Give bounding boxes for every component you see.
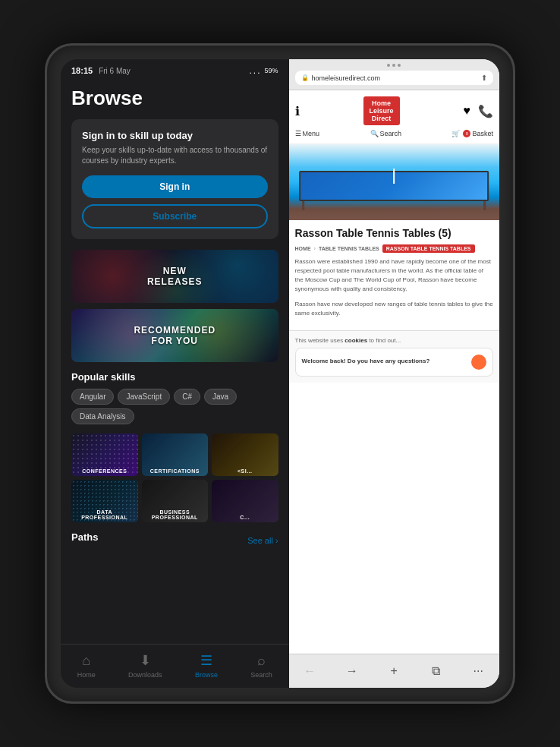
skill-tag-angular[interactable]: Angular: [71, 389, 114, 405]
breadcrumb-nav: HOME › TABLE TENNIS TABLES RASSON TABLE …: [295, 244, 493, 253]
course-card-data[interactable]: DATAPROFESSIONAL: [71, 480, 138, 522]
left-app-content: Browse Sign in to skill up today Keep yo…: [61, 79, 289, 644]
subscribe-button[interactable]: Subscribe: [82, 204, 268, 229]
course-card-certifications[interactable]: CERTIFICATIONS: [142, 433, 209, 476]
table-tennis-visual: [299, 171, 489, 213]
chat-widget: Welcome back! Do you have any questions?: [295, 348, 493, 377]
skill-tag-javascript[interactable]: JavaScript: [118, 389, 170, 405]
tt-net: [393, 169, 395, 184]
battery-icon: 59%: [265, 67, 278, 74]
signin-heading: Sign in to skill up today: [82, 130, 268, 141]
nav-downloads[interactable]: ⬇ Downloads: [128, 652, 162, 679]
browse-title: Browse: [71, 87, 278, 110]
more-options-button[interactable]: ···: [467, 660, 489, 682]
course-card-business[interactable]: BUSINESSPROFESSIONAL: [142, 480, 209, 522]
course-label-slot3: <Si...: [235, 466, 255, 476]
forward-button[interactable]: →: [341, 660, 363, 682]
basket-label: Basket: [472, 130, 493, 137]
browser-bottom-nav: ← → + ⧉ ···: [289, 654, 499, 688]
dot-1: [387, 64, 390, 67]
tablet-screen: 18:15 Fri 6 May ... 59% Browse Sign in t…: [61, 59, 499, 688]
browser-top-dots: [295, 64, 493, 67]
product-description-1: Rasson were established 1990 and have ra…: [295, 257, 493, 294]
tt-leg-right: [483, 201, 486, 210]
shop-header-icons: ♥ 📞: [463, 104, 493, 118]
paths-title: Paths: [71, 531, 98, 543]
home-icon: ⌂: [82, 653, 90, 669]
lock-icon: 🔒: [301, 74, 309, 81]
skill-tag-csharp[interactable]: C#: [174, 389, 200, 405]
course-card-c[interactable]: C...: [212, 480, 278, 522]
browser-panel: 🔒 homeleisuredirect.com ⬆ ℹ HomeLeisureD…: [289, 59, 499, 688]
nav-browse-label: Browse: [195, 671, 218, 679]
course-card-slot3[interactable]: <Si...: [212, 433, 278, 476]
basket-icon: 🛒: [451, 130, 460, 137]
nav-basket[interactable]: 🛒 0 Basket: [451, 130, 493, 137]
dot-2: [392, 64, 395, 67]
course-card-conferences[interactable]: CONFERENCES: [71, 433, 138, 476]
cookies-link[interactable]: cookies: [344, 337, 367, 344]
recommended-text: RECOMMENDEDFOR YOU: [134, 325, 216, 346]
nav-home-label: Home: [77, 671, 96, 679]
skill-tag-java[interactable]: Java: [204, 389, 237, 405]
paths-section-header: Paths See all ›: [71, 531, 278, 549]
nav-search[interactable]: ⌕ Search: [250, 653, 272, 679]
nav-home[interactable]: ⌂ Home: [77, 653, 96, 679]
shop-nav-bottom: ☰ Menu 🔍 Search 🛒 0 Basket: [295, 130, 493, 137]
profile-icon: ℹ: [295, 104, 300, 118]
signin-card: Sign in to skill up today Keep your skil…: [71, 119, 278, 239]
cookie-message-2: to find out...: [369, 337, 401, 344]
shop-logo[interactable]: HomeLeisureDirect: [363, 96, 400, 125]
product-image: [289, 144, 499, 220]
back-button[interactable]: ←: [299, 660, 320, 682]
phone-icon[interactable]: 📞: [478, 104, 493, 118]
share-icon: ⬆: [481, 74, 487, 82]
forward-icon: →: [346, 664, 358, 678]
recommended-banner[interactable]: RECOMMENDEDFOR YOU: [71, 309, 278, 362]
status-right-icons: ... 59%: [250, 65, 278, 76]
address-bar[interactable]: 🔒 homeleisuredirect.com ⬆: [295, 71, 493, 85]
signin-button[interactable]: Sign in: [82, 175, 268, 198]
course-label-data: DATAPROFESSIONAL: [79, 507, 130, 522]
breadcrumb-home[interactable]: HOME: [295, 246, 311, 251]
new-releases-text: NEWRELEASES: [147, 266, 203, 287]
skill-tag-data-analysis[interactable]: Data Analysis: [71, 408, 134, 424]
see-all-link[interactable]: See all ›: [247, 536, 278, 545]
more-icon: ···: [473, 664, 483, 678]
nav-search-label: Search: [250, 671, 272, 679]
status-date: Fri 6 May: [99, 67, 131, 75]
search-icon: ⌕: [257, 653, 266, 669]
add-tab-icon: +: [391, 664, 398, 678]
tablet-device: 18:15 Fri 6 May ... 59% Browse Sign in t…: [45, 43, 515, 704]
nav-search[interactable]: 🔍 Search: [370, 130, 402, 137]
tab-view-button[interactable]: ⧉: [426, 660, 447, 682]
tt-leg-left: [302, 201, 304, 210]
cookie-banner: This website uses cookies to find out...…: [289, 330, 499, 383]
heart-icon[interactable]: ♥: [463, 104, 470, 118]
shop-header: ℹ HomeLeisureDirect ♥ 📞 ☰ Menu: [289, 90, 499, 144]
bottom-nav: ⌂ Home ⬇ Downloads ☰ Browse ⌕ Search: [61, 644, 289, 688]
cookie-text: This website uses cookies to find out...: [295, 337, 493, 344]
course-label-c: C...: [238, 512, 252, 522]
search-icon-shop: 🔍: [370, 130, 379, 137]
nav-menu[interactable]: ☰ Menu: [295, 130, 320, 137]
chat-welcome-text: Welcome back! Do you have any questions?: [302, 358, 430, 364]
add-tab-button[interactable]: +: [383, 660, 404, 682]
menu-icon: ☰: [295, 130, 301, 137]
shop-nav-top: ℹ HomeLeisureDirect ♥ 📞: [295, 96, 493, 125]
popular-skills-section: Popular skills Angular JavaScript C# Jav…: [71, 371, 278, 424]
downloads-icon: ⬇: [140, 652, 151, 669]
course-label-certifications: CERTIFICATIONS: [148, 466, 202, 476]
tab-view-icon: ⧉: [432, 664, 440, 678]
skills-tags-container: Angular JavaScript C# Java Data Analysis: [71, 389, 278, 424]
course-label-business: BUSINESSPROFESSIONAL: [149, 507, 200, 522]
status-time: 18:15: [71, 66, 93, 75]
breadcrumb-table-tennis[interactable]: TABLE TENNIS TABLES: [319, 246, 379, 251]
url-text: homeleisuredirect.com: [312, 74, 381, 82]
new-releases-banner[interactable]: NEWRELEASES: [71, 250, 278, 303]
nav-downloads-label: Downloads: [128, 671, 162, 679]
nav-browse[interactable]: ☰ Browse: [195, 652, 218, 679]
breadcrumb-sep-1: ›: [314, 246, 316, 251]
learning-app-panel: 18:15 Fri 6 May ... 59% Browse Sign in t…: [61, 59, 289, 688]
course-label-conferences: CONFERENCES: [80, 466, 129, 476]
